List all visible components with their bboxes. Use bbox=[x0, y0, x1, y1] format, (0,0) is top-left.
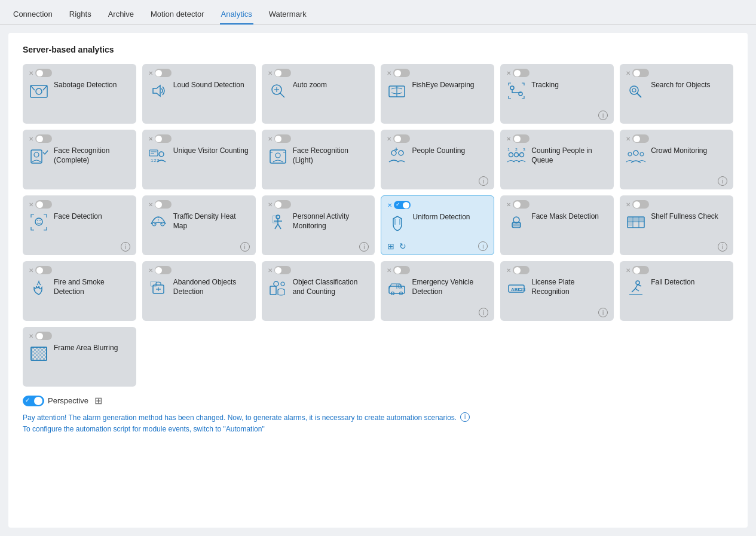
toggle-switch-face-detection[interactable] bbox=[35, 200, 52, 209]
toggle-switch-counting-queue[interactable] bbox=[513, 134, 529, 143]
toggle-switch-uniform-detection[interactable]: ✓ bbox=[394, 201, 411, 209]
toggle-face-recog-light[interactable]: ✕ bbox=[268, 134, 291, 143]
card-frame-blurring: ✕ bbox=[23, 327, 136, 387]
svg-line-52 bbox=[278, 224, 281, 229]
toggle-switch-people-counting[interactable] bbox=[393, 134, 410, 143]
tab-motion-detector[interactable]: Motion detector bbox=[149, 6, 206, 24]
tracking-info-icon[interactable]: i bbox=[598, 111, 608, 120]
svg-rect-25 bbox=[270, 150, 286, 163]
toggle-emergency-vehicle[interactable]: ✕ bbox=[387, 266, 410, 274]
toggle-switch-loud-sound[interactable] bbox=[155, 69, 172, 77]
svg-line-3 bbox=[43, 85, 47, 90]
toggle-switch-auto-zoom[interactable] bbox=[274, 69, 291, 77]
svg-point-21 bbox=[159, 152, 164, 157]
face-mask-label: Face Mask Detection bbox=[531, 212, 608, 222]
toggle-switch-search-objects[interactable] bbox=[632, 69, 649, 77]
toggle-traffic-density[interactable]: ✕ bbox=[148, 200, 172, 209]
svg-point-83 bbox=[636, 281, 639, 284]
tab-analytics[interactable]: Analytics bbox=[220, 6, 253, 24]
svg-point-15 bbox=[632, 88, 636, 92]
toggle-switch-unique-visitor[interactable] bbox=[155, 134, 172, 143]
toggle-face-recog-complete[interactable]: ✕ bbox=[29, 134, 52, 143]
toggle-switch-traffic-density[interactable] bbox=[155, 200, 172, 209]
tab-archive[interactable]: Archive bbox=[107, 6, 135, 24]
toggle-sabotage[interactable]: ✕ bbox=[29, 69, 52, 77]
toggle-switch-shelf-fullness[interactable] bbox=[632, 200, 649, 209]
toggle-object-classification[interactable]: ✕ bbox=[268, 266, 291, 274]
abandoned-objects-icon bbox=[148, 278, 169, 301]
toggle-switch-license-plate[interactable] bbox=[513, 266, 529, 274]
toggle-fisheye[interactable]: ✕ bbox=[387, 69, 410, 77]
personnel-activity-info-icon[interactable]: i bbox=[359, 242, 369, 252]
app-window: Connection Rights Archive Motion detecto… bbox=[0, 0, 756, 536]
toggle-switch-face-recog-light[interactable] bbox=[274, 134, 291, 143]
card-fall-detection: ✕ bbox=[620, 261, 733, 321]
emergency-vehicle-info-icon[interactable]: i bbox=[479, 308, 488, 317]
toggle-switch-frame-blurring[interactable] bbox=[35, 332, 52, 340]
svg-text:2: 2 bbox=[515, 148, 518, 152]
fall-detection-icon bbox=[626, 278, 646, 301]
toggle-switch-personnel-activity[interactable] bbox=[274, 200, 291, 209]
refresh-icon[interactable]: ↻ bbox=[399, 241, 406, 251]
card-sabotage: ✕ Sabotage Det bbox=[23, 64, 136, 124]
license-plate-label: License Plate Recognition bbox=[531, 278, 608, 296]
svg-rect-0 bbox=[30, 85, 47, 97]
shelf-fullness-info-icon[interactable]: i bbox=[718, 242, 727, 252]
toggle-switch-face-recog-complete[interactable] bbox=[35, 134, 52, 143]
toggle-people-counting[interactable]: ✕ bbox=[387, 134, 410, 143]
alarm-info-icon[interactable]: i bbox=[460, 412, 470, 422]
people-counting-info-icon[interactable]: i bbox=[479, 176, 488, 186]
uniform-detection-info-icon[interactable]: i bbox=[478, 241, 488, 251]
toggle-switch-object-classification[interactable] bbox=[274, 266, 291, 274]
toggle-frame-blurring[interactable]: ✕ bbox=[29, 332, 52, 340]
toggle-uniform-detection[interactable]: ✕ ✓ bbox=[387, 201, 411, 209]
card-uniform-detection: ✕ ✓ bbox=[381, 195, 494, 255]
toggle-unique-visitor[interactable]: ✕ bbox=[148, 134, 172, 143]
toggle-switch-fire-smoke[interactable] bbox=[35, 266, 52, 274]
uniform-detection-label: Uniform Detection bbox=[412, 213, 488, 222]
toggle-switch-tracking[interactable] bbox=[513, 69, 529, 77]
toggle-crowd-monitoring[interactable]: ✕ bbox=[626, 134, 649, 143]
face-detection-info-icon[interactable]: i bbox=[121, 242, 130, 252]
perspective-settings-icon[interactable]: ⊞ bbox=[94, 395, 102, 406]
crowd-monitoring-footer: i bbox=[626, 176, 727, 186]
svg-line-2 bbox=[30, 85, 35, 90]
crowd-monitoring-info-icon[interactable]: i bbox=[718, 176, 727, 186]
toggle-search-objects[interactable]: ✕ bbox=[626, 69, 649, 77]
toggle-face-detection[interactable]: ✕ bbox=[29, 200, 52, 209]
toggle-switch-abandoned-objects[interactable] bbox=[155, 266, 172, 274]
toggle-fire-smoke[interactable]: ✕ bbox=[29, 266, 52, 274]
toggle-face-mask[interactable]: ✕ bbox=[506, 200, 529, 209]
toggle-switch-crowd-monitoring[interactable] bbox=[632, 134, 649, 143]
tab-watermark[interactable]: Watermark bbox=[268, 6, 308, 24]
traffic-density-footer: i bbox=[148, 242, 250, 252]
object-classification-label: Object Classification and Counting bbox=[293, 278, 369, 296]
toggle-tracking[interactable]: ✕ bbox=[506, 69, 529, 77]
toggle-license-plate[interactable]: ✕ bbox=[506, 266, 529, 274]
tab-connection[interactable]: Connection bbox=[12, 6, 54, 24]
toggle-switch-fisheye[interactable] bbox=[393, 69, 410, 77]
svg-point-13 bbox=[630, 86, 638, 94]
tab-rights[interactable]: Rights bbox=[68, 6, 93, 24]
toggle-shelf-fullness[interactable]: ✕ bbox=[626, 200, 649, 209]
toggle-switch-fall-detection[interactable] bbox=[632, 266, 649, 274]
toggle-auto-zoom[interactable]: ✕ bbox=[268, 69, 291, 77]
toggle-switch-face-mask[interactable] bbox=[513, 200, 529, 209]
uniform-detection-icon bbox=[387, 213, 408, 235]
toggle-personnel-activity[interactable]: ✕ bbox=[268, 200, 291, 209]
traffic-density-info-icon[interactable]: i bbox=[240, 242, 250, 252]
perspective-toggle-switch[interactable]: ✓ bbox=[23, 396, 44, 406]
toggle-switch-emergency-vehicle[interactable] bbox=[393, 266, 410, 274]
toggle-abandoned-objects[interactable]: ✕ bbox=[148, 266, 172, 274]
toggle-switch-sabotage[interactable] bbox=[35, 69, 52, 77]
toggle-fall-detection[interactable]: ✕ bbox=[626, 266, 649, 274]
card-auto-zoom: ✕ Auto zoom bbox=[262, 64, 375, 124]
license-plate-info-icon[interactable]: i bbox=[598, 308, 608, 317]
svg-rect-65 bbox=[633, 218, 638, 221]
toggle-counting-queue[interactable]: ✕ bbox=[506, 134, 529, 143]
settings-sliders-icon[interactable]: ⊞ bbox=[387, 241, 394, 251]
toggle-loud-sound[interactable]: ✕ bbox=[148, 69, 172, 77]
svg-text:3: 3 bbox=[523, 148, 525, 152]
face-recog-complete-label: Face Recognition (Complete) bbox=[54, 146, 130, 165]
svg-text:3: 3 bbox=[157, 158, 160, 163]
